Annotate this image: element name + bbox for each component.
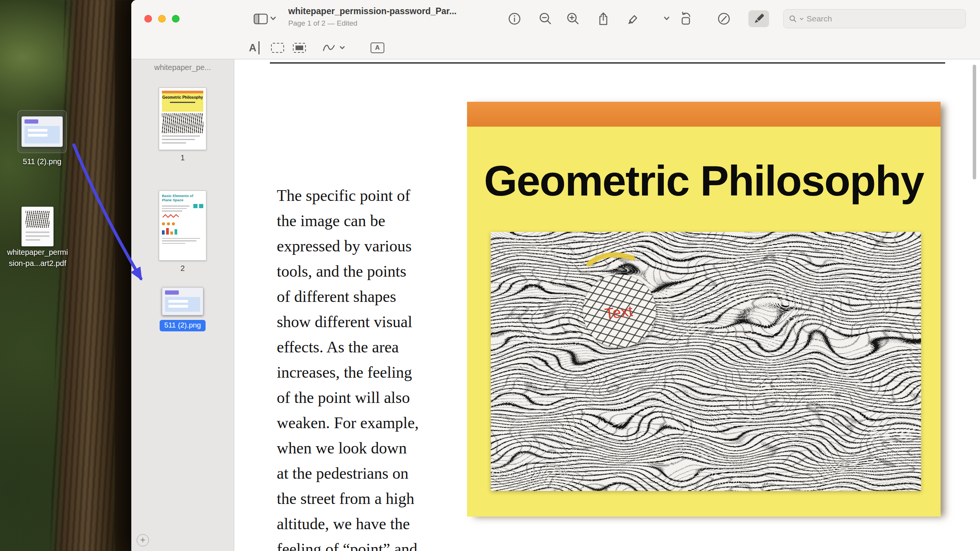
document-title: whitepaper_permission-password_Par... <box>288 6 457 16</box>
body-text-line: increases, the feeling <box>277 360 419 385</box>
body-text-line: of different shapes <box>277 284 419 309</box>
text-style-icon: A <box>249 42 260 54</box>
preview-window: whitepaper_permission-password_Par... Pa… <box>131 0 980 551</box>
png-file-thumbnail <box>21 116 63 147</box>
highlighter-icon <box>625 11 640 26</box>
page-2-preview: Basic Elements of Plane Space <box>159 191 206 261</box>
body-text-line: when we look down <box>277 435 419 461</box>
sidebar-chevron-down-icon[interactable] <box>269 15 277 21</box>
body-text-line: weaken. For example, <box>277 410 419 435</box>
zoom-in-button[interactable] <box>564 10 582 28</box>
selection-rect-icon <box>271 43 284 53</box>
body-text-line: at the pedestrians on <box>277 461 419 486</box>
text-box-tool[interactable]: A <box>368 39 387 57</box>
search-field[interactable] <box>783 9 966 28</box>
info-button[interactable] <box>506 10 523 28</box>
body-text-line: the image can be <box>277 208 419 233</box>
annotate-button[interactable] <box>715 10 733 28</box>
body-text-line: show different visual <box>277 309 419 334</box>
window-controls <box>144 15 180 23</box>
document-view: The specific point of the image can be e… <box>234 59 980 551</box>
page-2-thumbnail[interactable]: Basic Elements of Plane Space 2 <box>131 191 234 273</box>
page-2-number: 2 <box>180 264 185 273</box>
thumb1-title: Geometric Philosophy <box>162 95 203 100</box>
page-1-thumbnail[interactable]: Geometric Philosophy 1 <box>131 88 234 162</box>
page-status: Page 1 of 2 — Edited <box>288 19 457 28</box>
search-input[interactable] <box>807 14 960 23</box>
screen: 511 (2).png whitepaper_permi sion-pa...a… <box>0 0 980 551</box>
close-button[interactable] <box>144 15 152 23</box>
rect-selection-tool[interactable] <box>268 39 287 57</box>
minimize-button[interactable] <box>158 15 166 23</box>
search-icon <box>789 15 797 23</box>
thumb2-red-scribble <box>162 214 180 218</box>
page-1-number: 1 <box>180 153 185 162</box>
file-label-line2: sion-pa...art2.pdf <box>7 258 68 269</box>
zoom-in-icon <box>565 11 581 26</box>
pencil-circle-icon <box>716 11 732 26</box>
magnifier-text: Text <box>604 302 634 323</box>
text-box-icon: A <box>371 42 384 53</box>
slide-graphic: Geometric Philosophy <box>467 102 941 517</box>
highlight-chevron-down-icon[interactable] <box>663 15 670 21</box>
search-scope-chevron-icon <box>800 18 804 20</box>
pdf-file-thumbnail <box>21 207 54 246</box>
sidebar-toggle-button[interactable] <box>252 10 270 28</box>
zoom-out-icon <box>538 11 553 26</box>
file-label: 511 (2).png <box>8 156 77 167</box>
text-box-a: A <box>375 44 380 52</box>
dropped-image-preview <box>162 287 203 315</box>
window-title-group: whitepaper_permission-password_Par... Pa… <box>288 6 457 28</box>
info-icon <box>507 11 522 26</box>
toolbar: whitepaper_permission-password_Par... Pa… <box>131 0 980 59</box>
page-1-preview: Geometric Philosophy <box>159 88 206 150</box>
wireframe-image: Text <box>491 232 921 491</box>
sketch-chevron-down-icon[interactable] <box>338 44 346 51</box>
body-text-line: effects. As the area <box>277 334 419 360</box>
sketch-tool[interactable] <box>320 39 338 57</box>
desktop-file-whitepaper-pdf[interactable]: whitepaper_permi sion-pa...art2.pdf <box>7 207 68 269</box>
dropped-image-thumbnail[interactable]: 511 (2).png <box>131 287 234 331</box>
dropped-image-label: 511 (2).png <box>160 320 206 331</box>
sidebar-icon <box>253 11 269 27</box>
zoom-window-button[interactable] <box>172 15 180 23</box>
slide-orange-bar <box>467 102 941 127</box>
share-button[interactable] <box>595 10 612 28</box>
thumbnail-sidebar: whitepaper_pe... Geometric Philosophy 1 … <box>131 59 234 551</box>
zoom-out-button[interactable] <box>537 10 554 28</box>
file-label-line1: whitepaper_permi <box>7 247 68 258</box>
text-selection-tool[interactable]: A <box>245 39 263 57</box>
redact-tool[interactable] <box>290 39 309 57</box>
rotate-icon <box>678 11 693 26</box>
drag-selection-box <box>18 110 67 153</box>
body-text-line: feeling of “point” and <box>277 536 419 551</box>
sketch-squiggle-icon <box>322 43 336 53</box>
add-page-button[interactable]: + <box>137 534 149 546</box>
body-text-line: of the point will also <box>277 385 419 410</box>
highlight-button[interactable] <box>624 10 641 28</box>
thumb2-title: Basic Elements of Plane Space <box>162 194 195 202</box>
plus-icon: + <box>140 535 145 545</box>
markup-toolbar-button[interactable] <box>750 10 768 28</box>
scrollbar-thumb[interactable] <box>973 65 976 179</box>
markup-pen-icon <box>751 11 766 26</box>
desktop-file-511-png[interactable]: 511 (2).png <box>8 110 77 167</box>
redact-icon <box>293 43 306 53</box>
body-text-line: expressed by various <box>277 233 419 259</box>
body-text-line: tools, and the points <box>277 259 419 284</box>
body-text-column: The specific point of the image can be e… <box>277 183 419 551</box>
slide-title: Geometric Philosophy <box>467 156 941 205</box>
body-text-line: the street from a high <box>277 486 419 511</box>
rotate-button[interactable] <box>677 10 694 28</box>
share-icon <box>596 11 611 26</box>
body-text-line: altitude, we have the <box>277 511 419 536</box>
sidebar-document-name: whitepaper_pe... <box>131 63 234 72</box>
page-top-rule <box>270 62 945 64</box>
body-text-line: The specific point of <box>277 183 419 208</box>
